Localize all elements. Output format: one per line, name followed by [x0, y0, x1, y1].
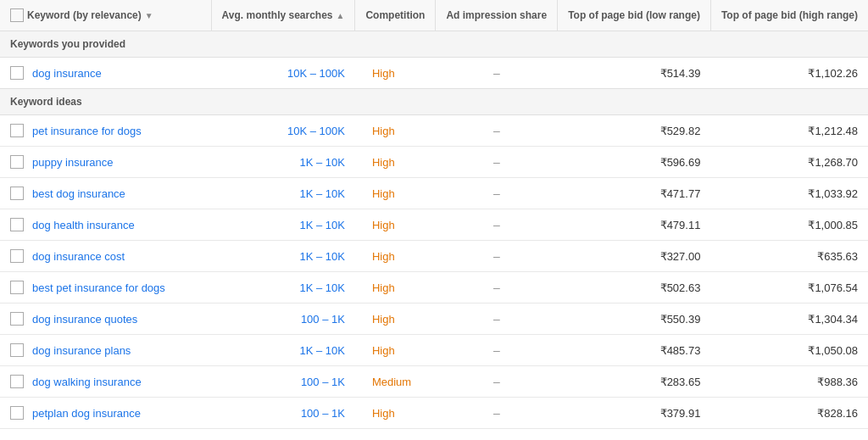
- cell-searches: 1K – 10K: [211, 335, 355, 366]
- row-checkbox[interactable]: [10, 155, 24, 169]
- cell-searches: 1K – 10K: [211, 147, 355, 178]
- cell-competition: High: [355, 209, 436, 241]
- cell-impression: –: [436, 241, 558, 272]
- row-checkbox[interactable]: [10, 343, 24, 357]
- col-header-bid-high[interactable]: Top of page bid (high range): [710, 0, 868, 31]
- select-all-checkbox[interactable]: [10, 8, 24, 22]
- cell-searches: 1K – 10K: [211, 178, 355, 209]
- table-row: dog insurance10K – 100KHigh–₹514.39₹1,10…: [0, 58, 868, 89]
- cell-bid-low: ₹327.00: [558, 241, 711, 272]
- row-checkbox[interactable]: [10, 124, 24, 137]
- row-checkbox[interactable]: [10, 66, 24, 80]
- col-header-competition[interactable]: Competition: [355, 0, 436, 31]
- section-label-keyword-ideas: Keyword ideas: [0, 89, 868, 115]
- keyword-link[interactable]: dog insurance plans: [32, 344, 131, 357]
- table-row: dog health insurance1K – 10KHigh–₹479.11…: [0, 209, 868, 241]
- competition-value: High: [372, 156, 395, 169]
- sort-icon-searches: ▲: [337, 11, 345, 20]
- cell-competition: High: [355, 398, 436, 429]
- cell-bid-low: ₹471.77: [558, 178, 711, 209]
- cell-competition: High: [355, 335, 436, 366]
- row-checkbox[interactable]: [10, 406, 24, 420]
- row-checkbox[interactable]: [10, 218, 24, 231]
- table-row: dog insurance quotes100 – 1KHigh–₹550.39…: [0, 304, 868, 335]
- keyword-link[interactable]: pet insurance for dogs: [32, 125, 142, 137]
- table-row: best pet insurance for dogs1K – 10KHigh–…: [0, 272, 868, 304]
- cell-competition: High: [355, 58, 436, 89]
- cell-bid-high: ₹828.16: [710, 398, 868, 429]
- col-header-bid-low-label: Top of page bid (low range): [568, 9, 700, 21]
- cell-bid-low: ₹514.39: [558, 58, 711, 89]
- row-checkbox[interactable]: [10, 312, 24, 326]
- row-checkbox[interactable]: [10, 281, 24, 294]
- cell-keyword: petplan dog insurance: [0, 398, 211, 429]
- col-header-bid-low[interactable]: Top of page bid (low range): [558, 0, 711, 31]
- cell-keyword: best dog insurance: [0, 178, 211, 209]
- cell-bid-high: ₹1,304.34: [710, 304, 868, 335]
- cell-impression: –: [436, 58, 558, 89]
- keyword-link[interactable]: best pet insurance for dogs: [32, 281, 165, 294]
- cell-bid-low: ₹379.91: [558, 398, 711, 429]
- cell-keyword: dog health insurance: [0, 209, 211, 241]
- cell-searches: 100 – 1K: [211, 366, 355, 398]
- competition-value: High: [372, 187, 395, 200]
- cell-bid-high: ₹1,033.92: [710, 178, 868, 209]
- competition-value: High: [372, 219, 395, 231]
- col-header-bid-high-label: Top of page bid (high range): [721, 9, 858, 21]
- cell-bid-high: ₹1,000.85: [710, 209, 868, 241]
- cell-competition: High: [355, 178, 436, 209]
- section-label-keywords-provided: Keywords you provided: [0, 31, 868, 58]
- cell-competition: High: [355, 304, 436, 335]
- col-header-keyword[interactable]: Keyword (by relevance) ▼: [0, 0, 211, 31]
- cell-keyword: pet insurance for dogs: [0, 115, 211, 147]
- cell-searches: 100 – 1K: [211, 304, 355, 335]
- col-header-impression-label: Ad impression share: [446, 9, 547, 21]
- cell-searches: 10K – 100K: [211, 115, 355, 147]
- cell-bid-high: ₹1,050.08: [710, 335, 868, 366]
- cell-keyword: best pet insurance for dogs: [0, 272, 211, 304]
- main-table-container: Keyword (by relevance) ▼ Avg. monthly se…: [0, 0, 868, 429]
- cell-competition: High: [355, 147, 436, 178]
- col-header-searches-label: Avg. monthly searches: [222, 9, 333, 21]
- competition-value: High: [372, 125, 395, 137]
- cell-bid-low: ₹529.82: [558, 115, 711, 147]
- table-row: pet insurance for dogs10K – 100KHigh–₹52…: [0, 115, 868, 147]
- cell-searches: 100 – 1K: [211, 398, 355, 429]
- competition-value: High: [372, 313, 395, 326]
- keyword-link[interactable]: petplan dog insurance: [32, 407, 141, 420]
- section-header-keyword-ideas: Keyword ideas: [0, 89, 868, 115]
- cell-competition: Medium: [355, 366, 436, 398]
- row-checkbox[interactable]: [10, 187, 24, 200]
- row-checkbox[interactable]: [10, 249, 24, 263]
- keyword-link[interactable]: dog insurance cost: [32, 250, 125, 263]
- keyword-link[interactable]: best dog insurance: [32, 187, 125, 200]
- cell-bid-high: ₹1,102.26: [710, 58, 868, 89]
- competition-value: Medium: [372, 376, 411, 388]
- sort-icon-keyword: ▼: [145, 11, 153, 20]
- competition-value: High: [372, 407, 395, 420]
- cell-keyword: dog insurance: [0, 58, 211, 89]
- table-row: puppy insurance1K – 10KHigh–₹596.69₹1,26…: [0, 147, 868, 178]
- keyword-link[interactable]: puppy insurance: [32, 156, 113, 169]
- competition-value: High: [372, 67, 395, 80]
- keyword-link[interactable]: dog walking insurance: [32, 376, 142, 388]
- cell-bid-low: ₹550.39: [558, 304, 711, 335]
- cell-keyword: puppy insurance: [0, 147, 211, 178]
- col-header-impression[interactable]: Ad impression share: [436, 0, 558, 31]
- keyword-link[interactable]: dog health insurance: [32, 219, 135, 231]
- col-header-searches[interactable]: Avg. monthly searches ▲: [211, 0, 355, 31]
- competition-value: High: [372, 344, 395, 357]
- cell-impression: –: [436, 209, 558, 241]
- cell-bid-low: ₹596.69: [558, 147, 711, 178]
- keyword-link[interactable]: dog insurance: [32, 67, 102, 80]
- cell-keyword: dog insurance cost: [0, 241, 211, 272]
- cell-competition: High: [355, 272, 436, 304]
- cell-searches: 1K – 10K: [211, 209, 355, 241]
- row-checkbox[interactable]: [10, 375, 24, 388]
- cell-bid-low: ₹485.73: [558, 335, 711, 366]
- cell-searches: 1K – 10K: [211, 272, 355, 304]
- table-row: dog insurance cost1K – 10KHigh–₹327.00₹6…: [0, 241, 868, 272]
- col-header-keyword-label: Keyword (by relevance): [27, 9, 142, 21]
- keyword-link[interactable]: dog insurance quotes: [32, 313, 137, 326]
- cell-bid-high: ₹988.36: [710, 366, 868, 398]
